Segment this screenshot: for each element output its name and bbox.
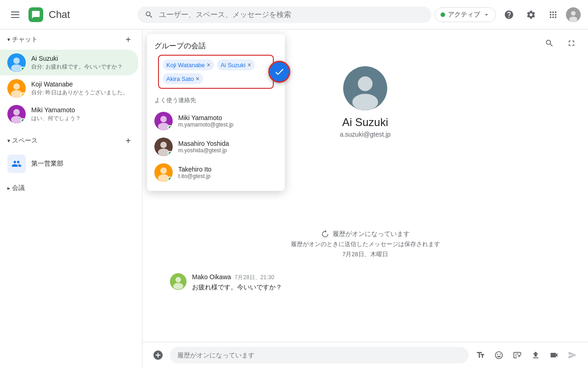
apps-button[interactable]: [544, 6, 562, 24]
history-notice: 履歴がオンになっています 履歴がオンのときに送信したメッセージは保存されます 7…: [291, 230, 440, 259]
chats-section-header[interactable]: ▾ チャット +: [0, 29, 142, 50]
add-space-button[interactable]: +: [122, 134, 135, 147]
message-area: Mako Oikawa 7月28日、21:30 お疲れ様です。今いいですか？: [152, 259, 579, 301]
message-item: Mako Oikawa 7月28日、21:30 お疲れ様です。今いいですか？: [170, 273, 560, 292]
status-indicator: [21, 67, 25, 71]
history-on-label: 履歴がオンになっています: [333, 230, 410, 238]
contact-item-miki[interactable]: Miki Yamamoto m.yamamoto@gtest.jp: [147, 108, 285, 134]
svg-point-25: [160, 167, 167, 174]
contact-item-takehiro[interactable]: Takehiro Ito t.ito@gtest.jp: [147, 160, 285, 185]
spaces-section-title: ▾ スペース: [7, 137, 38, 145]
help-button[interactable]: [500, 6, 518, 24]
chip-ai-suzuki[interactable]: Ai Suzuki ×: [217, 59, 254, 70]
profile-email: a.suzuki@gtest.jp: [340, 131, 391, 138]
send-button[interactable]: [564, 347, 581, 363]
input-actions: [472, 347, 581, 363]
contact-profile: Ai Suzuki a.suzuki@gtest.jp: [340, 66, 391, 138]
avatar-koji-watanabe: [7, 79, 26, 98]
sticker-button[interactable]: [509, 347, 526, 363]
contact-avatar-masahiro: [154, 138, 173, 156]
chat-search-button[interactable]: [540, 34, 559, 52]
svg-point-4: [13, 58, 20, 64]
chat-main: Ai Suzuki a.suzuki@gtest.jp 履歴がオンになっています…: [142, 29, 588, 368]
recipient-area: Koji Watanabe × Ai Suzuki × Akira Sato ×: [153, 55, 279, 89]
message-meta: Mako Oikawa 7月28日、21:30: [192, 273, 560, 282]
message-avatar: [170, 273, 187, 290]
chip-koji-watanabe[interactable]: Koji Watanabe ×: [163, 59, 214, 70]
upload-button[interactable]: [527, 347, 544, 363]
contact-item-masahiro[interactable]: Masahiro Yoshida m.yoshida@gtest.jp: [147, 134, 285, 160]
emoji-button[interactable]: [491, 347, 507, 363]
chat-info-miki-yamamoto: Miki Yamamoto はい、何でしょう？: [31, 106, 131, 122]
contact-status: [168, 125, 172, 130]
search-bar[interactable]: [137, 6, 431, 23]
sidebar: ▾ チャット + Ai Suzuki 自分: お疲れ様です。今いいですか？ Ko…: [0, 29, 142, 368]
history-icon-row: 履歴がオンになっています: [321, 230, 410, 238]
menu-icon[interactable]: [7, 8, 23, 22]
status-label: アクティブ: [448, 11, 480, 19]
chevron-right-icon-meeting: ▸: [7, 185, 10, 191]
app-header: Chat アクティブ: [0, 0, 588, 29]
avatar-ai-suzuki: [7, 53, 26, 72]
confirm-button[interactable]: [268, 61, 290, 83]
spaces-section-header[interactable]: ▾ スペース +: [0, 131, 142, 151]
search-icon: [145, 10, 153, 19]
group-dialog[interactable]: グループの会話 Koji Watanabe × Ai Suzuki × Akir…: [147, 34, 285, 191]
status-indicator: [21, 118, 25, 123]
chevron-down-icon: [483, 11, 490, 18]
status-dot: [441, 12, 445, 17]
video-button[interactable]: [546, 347, 562, 363]
avatar-miki-yamamoto: [7, 105, 26, 123]
history-sub-text: 履歴がオンのときに送信したメッセージは保存されます: [291, 240, 440, 248]
profile-avatar: [343, 66, 387, 110]
contact-status: [168, 177, 172, 181]
chats-section-title: ▾ チャット: [7, 35, 38, 44]
chat-info-koji-watanabe: Koji Watanabe 自分: 昨日はありがとうございました。: [31, 80, 131, 97]
user-avatar[interactable]: [566, 7, 581, 22]
contact-status: [168, 151, 172, 155]
meeting-section[interactable]: ▸ 会議: [0, 180, 142, 196]
chat-item-ai-suzuki[interactable]: Ai Suzuki 自分: お疲れ様です。今いいですか？: [0, 50, 138, 75]
chat-item-miki-yamamoto[interactable]: Miki Yamamoto はい、何でしょう？: [0, 101, 138, 127]
message-text: お疲れ様です。今いいですか？: [192, 283, 560, 292]
contact-avatar-miki: [154, 112, 173, 130]
chevron-down-icon-chats: ▾: [7, 36, 10, 43]
message-input[interactable]: [170, 347, 469, 363]
svg-point-14: [352, 94, 378, 110]
add-attachment-button[interactable]: [150, 347, 166, 363]
message-sender: Mako Oikawa: [192, 273, 231, 281]
svg-point-10: [13, 109, 20, 115]
svg-point-2: [569, 17, 577, 22]
space-icon-eigyobu: [7, 155, 26, 173]
message-content: Mako Oikawa 7月28日、21:30 お疲れ様です。今いいですか？: [192, 273, 560, 292]
chip-close-koji[interactable]: ×: [207, 61, 210, 69]
format-button[interactable]: [472, 347, 489, 363]
chip-close-akira[interactable]: ×: [196, 75, 199, 82]
settings-button[interactable]: [522, 6, 540, 24]
status-indicator: [21, 92, 25, 97]
svg-point-1: [571, 11, 576, 16]
meeting-title: ▸ 会議: [7, 184, 25, 192]
header-right: アクティブ: [435, 6, 581, 24]
svg-point-16: [175, 277, 181, 282]
expand-button[interactable]: [562, 34, 581, 52]
chip-close-ai[interactable]: ×: [247, 61, 251, 69]
app-logo: [28, 7, 43, 22]
app-title: Chat: [49, 9, 70, 21]
search-input[interactable]: [159, 11, 424, 19]
chip-akira-sato[interactable]: Akira Sato ×: [163, 73, 203, 84]
svg-point-22: [160, 142, 167, 148]
dialog-title: グループの会話: [147, 34, 285, 55]
status-button[interactable]: アクティブ: [435, 7, 496, 22]
add-chat-button[interactable]: +: [122, 33, 135, 46]
space-item-eigyobu[interactable]: 第一営業部: [0, 151, 138, 177]
frequent-contacts-label: よく使う連絡先: [147, 92, 285, 108]
chat-info-ai-suzuki: Ai Suzuki 自分: お疲れ様です。今いいですか？: [31, 55, 131, 71]
chevron-down-icon-spaces: ▾: [7, 138, 10, 144]
recipient-text-input[interactable]: [206, 73, 269, 84]
main-layout: ▾ チャット + Ai Suzuki 自分: お疲れ様です。今いいですか？ Ko…: [0, 29, 588, 368]
contact-info-miki: Miki Yamamoto m.yamamoto@gtest.jp: [178, 114, 233, 128]
svg-point-7: [13, 83, 20, 90]
chat-item-koji-watanabe[interactable]: Koji Watanabe 自分: 昨日はありがとうございました。: [0, 75, 138, 101]
svg-point-19: [160, 116, 167, 122]
